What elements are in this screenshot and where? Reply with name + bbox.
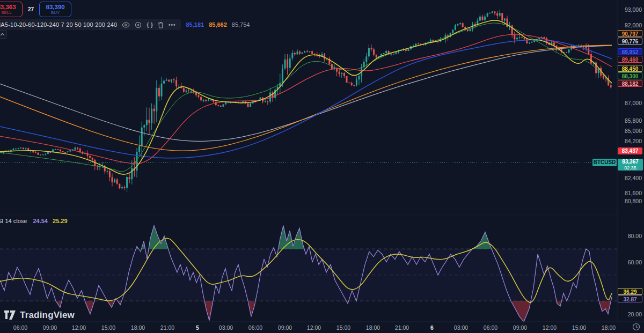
price-tick: 93,000 [621,6,642,13]
time-tick: 03:00 [215,324,237,331]
time-tick: 12:00 [303,324,325,331]
collapse-legend-button[interactable] [0,30,7,39]
rsi-value: 24.54 [33,218,48,224]
rsi-legend[interactable]: RSI 14 close 24.54 25.29 [0,218,68,224]
chart-surface[interactable] [0,0,644,333]
time-tick: 5 [187,324,208,331]
price-tick: 87,000 [621,100,642,106]
time-tick: 18:00 [362,324,384,331]
time-tick: 15:00 [568,324,590,331]
price-tick: 85,000 [621,128,642,134]
time-tick: 21:00 [157,324,178,331]
rsi-tick: 60.00 [621,259,642,265]
current-price-badge: 83,367 02:35 [618,159,643,171]
time-tick: 18:00 [598,324,619,331]
time-tick: 06:00 [245,324,266,331]
buy-label: BUY [51,10,60,15]
price-tick: 84,200 [621,138,642,144]
time-tick: 12:00 [539,324,560,331]
rsi-tick: 80.00 [621,233,642,239]
indicator-toolbar: MA5-10-20-60-120-240 7 20 50 100 200 240… [0,19,250,30]
time-tick: 6 [421,324,443,331]
time-tick: 12:00 [68,324,90,331]
buy-price: 83,390 [46,4,65,10]
time-tick: 15:00 [98,324,119,331]
time-tick: 15:00 [333,324,354,331]
time-tick: 03:00 [450,324,472,331]
price-tick: 81,600 [621,190,642,196]
tradingview-logo[interactable]: TradingView [4,310,75,321]
rsi-value-badge: 36.29 [618,288,642,295]
price-tick: 92,000 [621,22,642,28]
trade-widget: 83,363 SELL 27 83,390 BUY [0,2,71,17]
price-line-badge: 90,797 [618,30,642,37]
indicator-legend-pill[interactable]: MA5-10-20-60-120-240 7 20 50 100 200 240… [0,19,181,30]
price-line-badge: 88,450 [618,65,642,72]
symbol-price-label: BTCUSD [592,159,617,166]
chart-window: 83,363 SELL 27 83,390 BUY MA5-10-20-60-1… [0,0,644,333]
chevron-up-icon [0,33,5,36]
rsi-tick: 20.00 [621,311,642,317]
ma-yellow [0,20,612,174]
sell-price: 83,363 [0,4,16,10]
price-tick: 82,400 [621,175,642,181]
eye-icon[interactable] [122,21,130,28]
bar-countdown: 02:35 [618,165,643,171]
indicator-title: MA5-10-20-60-120-240 7 20 50 100 200 240 [0,21,117,28]
price-tick: 80,800 [621,198,642,204]
time-tick: 09:00 [274,324,296,331]
buy-button[interactable]: 83,390 BUY [39,2,71,17]
ma-orange [0,45,612,151]
source-icon[interactable] [135,21,142,28]
sell-label: SELL [1,10,12,15]
more-icon[interactable]: ••• [169,21,176,28]
price-line-badge: 88,300 [618,72,642,79]
ma-gray [0,46,612,142]
price-tick: 85,800 [621,117,642,124]
braces-icon[interactable]: { } [147,21,153,28]
time-tick: 06:00 [480,324,501,331]
rsi-title: RSI 14 close [0,218,27,224]
ma-green [0,23,612,172]
tradingview-logo-icon [4,310,16,321]
rsi-value-badge: 32.87 [618,295,642,302]
clock-icon[interactable] [632,323,640,331]
time-tick: 06:00 [10,324,31,331]
ma-red [0,34,612,164]
ma-value-orange: 85,662 [209,21,227,28]
sell-button[interactable]: 83,363 SELL [0,2,23,17]
rsi-ma-value: 25.29 [53,218,68,224]
tradingview-logo-text: TradingView [20,310,75,321]
spread-value: 27 [28,6,34,12]
price-line-badge: 89,460 [618,56,642,63]
price-alert-badge: 83,437 [618,147,642,154]
time-tick: 21:00 [391,324,413,331]
ma-value-blue: 85,181 [186,21,204,28]
trash-icon[interactable] [158,21,164,28]
time-tick: 09:00 [39,324,61,331]
time-tick: 09:00 [509,324,531,331]
price-line-badge: 89,952 [618,48,642,55]
price-line-badge: 90,776 [618,38,642,45]
ma-value-gray: 85,754 [232,21,250,28]
current-price-value: 83,367 [618,159,643,165]
price-line-badge: 88,182 [618,80,642,87]
time-tick: 18:00 [127,324,149,331]
ma-blue [0,40,612,158]
